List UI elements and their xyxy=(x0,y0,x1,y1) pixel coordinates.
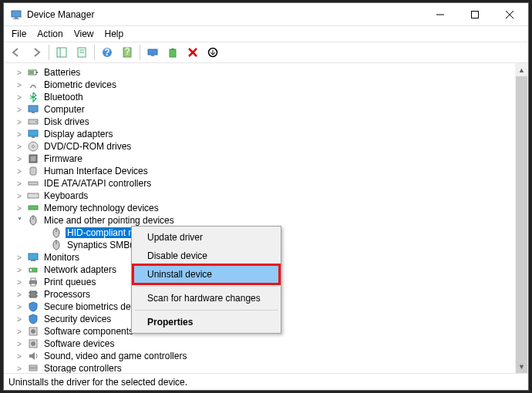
tree-item[interactable]: >DVD/CD-ROM drives xyxy=(10,140,522,153)
menu-uninstall-device[interactable]: Uninstall device xyxy=(133,265,279,284)
expand-arrow-icon[interactable]: > xyxy=(15,130,24,139)
expand-arrow-icon[interactable]: > xyxy=(15,204,24,213)
expand-arrow-icon[interactable]: > xyxy=(15,254,24,262)
properties-button[interactable] xyxy=(72,43,91,62)
tree-item[interactable]: >Batteries xyxy=(10,66,522,79)
expand-arrow-icon[interactable]: > xyxy=(15,315,24,324)
vertical-scrollbar[interactable]: ▲ ▼ xyxy=(515,63,528,373)
titlebar: Device Manager xyxy=(4,3,528,26)
tree-item-label: Memory technology devices xyxy=(42,203,160,213)
tree-item[interactable]: >Biometric devices xyxy=(10,79,522,91)
svg-rect-26 xyxy=(32,112,35,113)
tree-item[interactable]: ˅Mice and other pointing devices xyxy=(10,214,522,227)
tree-item-label: Print queues xyxy=(42,277,97,287)
expand-arrow-icon[interactable]: > xyxy=(15,340,24,348)
tree-item-label: Software devices xyxy=(42,338,116,349)
expand-arrow-icon[interactable]: > xyxy=(15,303,24,311)
device-icon xyxy=(27,116,39,128)
update-driver-button[interactable] xyxy=(163,43,182,62)
expand-arrow-icon[interactable]: > xyxy=(15,81,24,89)
window-title: Device Manager xyxy=(27,9,423,20)
tree-item[interactable]: >Software devices xyxy=(10,338,522,350)
svg-rect-0 xyxy=(12,11,21,17)
svg-point-32 xyxy=(32,146,35,148)
expand-arrow-icon[interactable]: > xyxy=(15,328,24,336)
menu-disable-device[interactable]: Disable device xyxy=(133,247,279,265)
device-icon xyxy=(27,177,39,190)
expand-arrow-icon[interactable]: > xyxy=(15,106,24,114)
tree-item-label: Keyboards xyxy=(42,190,89,201)
tree-item-label: Batteries xyxy=(42,67,82,78)
svg-point-59 xyxy=(31,329,35,334)
menu-update-driver[interactable]: Update driver xyxy=(133,228,279,247)
svg-text:?: ? xyxy=(125,47,130,57)
svg-rect-46 xyxy=(29,254,38,260)
svg-rect-30 xyxy=(32,136,35,138)
expand-arrow-icon[interactable]: > xyxy=(15,118,24,126)
tree-item[interactable]: >Storage controllers xyxy=(10,362,522,373)
help2-button[interactable]: ? xyxy=(118,43,136,62)
scroll-down-button[interactable]: ▼ xyxy=(515,360,528,373)
help-button[interactable]: ? xyxy=(98,43,116,62)
tree-item[interactable]: >Sound, video and game controllers xyxy=(10,350,522,362)
svg-point-28 xyxy=(35,121,37,123)
menu-help[interactable]: Help xyxy=(100,27,129,41)
back-button[interactable] xyxy=(7,43,25,62)
expand-arrow-icon[interactable]: > xyxy=(15,364,24,373)
scan-hardware-button[interactable] xyxy=(143,43,162,62)
tree-item-label: Computer xyxy=(42,104,86,115)
tree-item[interactable]: >Firmware xyxy=(10,153,522,165)
menu-action[interactable]: Action xyxy=(32,27,67,41)
expand-arrow-icon[interactable]: > xyxy=(15,143,24,151)
svg-rect-23 xyxy=(36,72,38,73)
svg-rect-34 xyxy=(31,156,35,161)
tree-item-label: DVD/CD-ROM drives xyxy=(42,141,133,152)
menu-view[interactable]: View xyxy=(69,27,99,41)
expand-arrow-icon[interactable]: > xyxy=(15,69,24,77)
tree-item[interactable]: >Computer xyxy=(10,103,522,116)
device-icon xyxy=(27,362,39,373)
device-icon xyxy=(27,140,39,153)
close-button[interactable] xyxy=(492,3,527,25)
expand-arrow-icon[interactable]: > xyxy=(15,155,24,163)
uninstall-button[interactable] xyxy=(184,43,202,62)
disable-button[interactable] xyxy=(204,43,222,62)
tree-item[interactable]: >Keyboards xyxy=(10,190,522,202)
menu-file[interactable]: File xyxy=(7,27,31,41)
expand-arrow-icon[interactable]: > xyxy=(15,291,24,299)
menu-scan-hardware[interactable]: Scan for hardware changes xyxy=(133,289,279,307)
tree-item-label: Firmware xyxy=(42,153,84,164)
device-icon xyxy=(27,313,39,325)
show-hide-tree-button[interactable] xyxy=(52,43,71,62)
svg-rect-36 xyxy=(29,182,38,185)
expand-arrow-icon[interactable]: > xyxy=(15,266,24,274)
svg-rect-49 xyxy=(30,269,32,271)
tree-item[interactable]: >Human Interface Devices xyxy=(10,165,522,177)
expand-arrow-icon[interactable]: ˅ xyxy=(15,217,24,225)
scroll-up-button[interactable]: ▲ xyxy=(515,63,528,76)
tree-item-label: Software components xyxy=(42,326,135,337)
tree-item[interactable]: >Display adapters xyxy=(10,128,522,140)
tree-item[interactable]: >IDE ATA/ATAPI controllers xyxy=(10,177,522,190)
expand-arrow-icon[interactable]: > xyxy=(15,167,24,176)
expand-arrow-icon[interactable]: > xyxy=(15,352,24,361)
window-controls xyxy=(423,3,527,25)
menu-properties[interactable]: Properties xyxy=(133,313,279,331)
svg-rect-1 xyxy=(15,17,18,18)
menu-separator xyxy=(135,310,278,311)
maximize-button[interactable] xyxy=(457,3,492,25)
expand-arrow-icon[interactable]: > xyxy=(15,93,24,102)
tree-item[interactable]: >Bluetooth xyxy=(10,91,522,103)
minimize-button[interactable] xyxy=(423,3,457,25)
svg-rect-52 xyxy=(31,284,35,286)
tree-item[interactable]: >Memory technology devices xyxy=(10,202,522,214)
expand-arrow-icon[interactable]: > xyxy=(15,192,24,200)
scroll-thumb[interactable] xyxy=(516,76,527,373)
forward-button[interactable] xyxy=(27,43,45,62)
tree-item-label: Mice and other pointing devices xyxy=(42,215,176,226)
expand-arrow-icon[interactable]: > xyxy=(15,180,24,188)
device-icon xyxy=(27,103,39,116)
svg-rect-25 xyxy=(29,106,38,112)
tree-item[interactable]: >Disk drives xyxy=(10,116,522,128)
expand-arrow-icon[interactable]: > xyxy=(15,278,24,287)
